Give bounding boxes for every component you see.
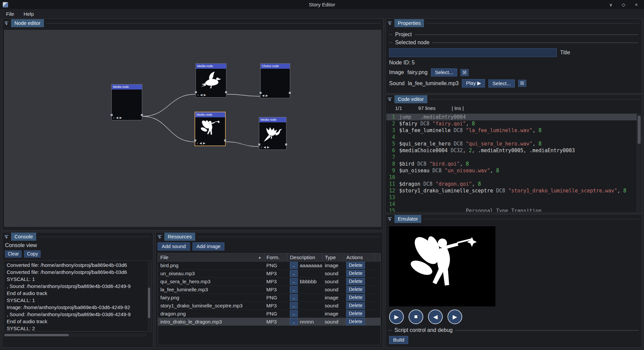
panel-collapse-icon[interactable] — [387, 97, 392, 102]
column-header-format[interactable]: Form. — [264, 253, 287, 261]
column-header-type[interactable]: Type — [322, 253, 344, 261]
node-mini-controls[interactable]: ♪◀▶ — [197, 93, 225, 97]
column-header-description[interactable]: Description — [287, 253, 322, 261]
stop-button[interactable]: ■ — [409, 309, 423, 324]
next-mini-icon[interactable]: ▶ — [119, 116, 122, 119]
column-header-file[interactable]: File▲ — [158, 253, 264, 261]
console-vscrollbar-thumb[interactable] — [148, 288, 150, 318]
output-port[interactable] — [285, 143, 287, 145]
close-button[interactable]: × — [633, 2, 639, 7]
minimize-button[interactable]: ∨ — [608, 2, 614, 7]
table-row[interactable]: la_fee_luminelle.mp3MP3..soundDelete — [158, 286, 380, 294]
line-number: 4 — [386, 134, 399, 140]
edit-description-button[interactable]: .. — [290, 318, 298, 325]
delete-button[interactable]: Delete — [346, 318, 365, 325]
prev-mini-icon[interactable]: ◀ — [262, 94, 264, 97]
table-row[interactable]: intro_drako_le_dragon.mp3MP3..nnnnnsound… — [158, 318, 380, 326]
step-back-button[interactable]: ◀ — [428, 309, 443, 324]
title-input[interactable] — [389, 48, 557, 57]
panel-collapse-icon[interactable] — [4, 21, 9, 26]
node-mini-controls[interactable]: ♪◀▶ — [261, 145, 285, 149]
menu-help[interactable]: Help — [20, 10, 37, 18]
node-dragon[interactable]: Media node♪◀▶ — [259, 117, 286, 150]
prev-mini-icon[interactable]: ◀ — [116, 116, 118, 119]
input-port[interactable] — [195, 91, 197, 93]
prev-mini-icon[interactable]: ◀ — [200, 141, 202, 145]
panel-collapse-icon[interactable] — [4, 234, 9, 239]
delete-button[interactable]: Delete — [346, 286, 365, 293]
input-port[interactable] — [260, 92, 262, 94]
image-select-button[interactable]: Select... — [431, 68, 457, 76]
prev-mini-icon[interactable]: ◀ — [200, 93, 203, 97]
next-mini-icon[interactable]: ▶ — [203, 141, 205, 145]
node-mini-controls[interactable]: ◀▶ — [262, 94, 288, 97]
edit-description-button[interactable]: .. — [290, 278, 298, 285]
delete-button[interactable]: Delete — [346, 270, 365, 277]
sound-clear-icon[interactable]: ☒ — [518, 80, 527, 87]
table-row[interactable]: story1_drako_luminelle_sceptre.mp3MP3..s… — [158, 302, 380, 310]
edit-description-button[interactable]: .. — [290, 286, 298, 293]
node-bird[interactable]: Media node♪◀▶ — [196, 63, 226, 98]
node-canvas[interactable]: Media node♪◀▶Media node♪◀▶Choice node◀▶M… — [4, 30, 381, 227]
edit-description-button[interactable]: .. — [290, 310, 298, 317]
sound-select-button[interactable]: Select... — [488, 79, 515, 88]
node-mini-controls[interactable]: ♪◀▶ — [113, 116, 141, 119]
node-fairy[interactable]: Media node♪◀▶ — [195, 112, 226, 146]
column-header-actions[interactable]: Actions — [344, 253, 375, 261]
edit-description-button[interactable]: .. — [290, 262, 298, 269]
prev-mini-icon[interactable]: ◀ — [264, 145, 266, 149]
add-sound-button[interactable]: Add sound — [158, 242, 190, 250]
console-vscrollbar[interactable] — [148, 261, 151, 331]
sound-play-button[interactable]: Play ▶ — [462, 79, 485, 88]
build-button[interactable]: Build — [389, 336, 408, 344]
delete-button[interactable]: Delete — [346, 310, 365, 317]
delete-button[interactable]: Delete — [346, 294, 365, 301]
code-scrollbar-thumb[interactable] — [638, 116, 641, 144]
delete-button[interactable]: Delete — [346, 262, 365, 269]
console-hscrollbar-thumb[interactable] — [4, 334, 69, 336]
input-port[interactable] — [111, 114, 113, 116]
table-row[interactable]: un_oiseau.mp3MP3..soundDelete — [158, 270, 380, 278]
edit-description-button[interactable]: .. — [290, 270, 298, 277]
menu-file[interactable]: File — [3, 10, 17, 18]
output-port[interactable] — [289, 92, 291, 94]
node-editor-tab[interactable]: Node editor — [11, 19, 44, 27]
output-port[interactable] — [141, 114, 143, 116]
next-mini-icon[interactable]: ▶ — [266, 94, 268, 97]
delete-button[interactable]: Delete — [346, 302, 365, 309]
add-image-button[interactable]: Add image — [193, 242, 225, 250]
output-port[interactable] — [225, 91, 227, 93]
input-port[interactable] — [194, 139, 196, 141]
properties-tab[interactable]: Properties — [394, 19, 424, 27]
table-row[interactable]: qui_sera_le_hero.mp3MP3..bbbbbbsoundDele… — [158, 278, 380, 286]
panel-collapse-icon[interactable] — [387, 21, 392, 26]
table-row[interactable]: dragon.pngPNG..imageDelete — [158, 310, 380, 318]
copy-button[interactable]: Copy — [24, 250, 41, 257]
node-choice[interactable]: Choice node◀▶ — [260, 63, 290, 98]
code-editor-tab[interactable]: Code editor — [394, 95, 427, 103]
node-mini-controls[interactable]: ♪◀▶ — [197, 141, 224, 145]
clear-button[interactable]: Clear — [5, 250, 21, 257]
output-port[interactable] — [224, 139, 226, 141]
panel-collapse-icon[interactable] — [387, 217, 392, 222]
resources-tab[interactable]: Resources — [164, 233, 195, 241]
maximize-button[interactable]: ◇ — [621, 2, 627, 7]
edit-description-button[interactable]: .. — [290, 294, 298, 301]
console-tab[interactable]: Console — [11, 233, 36, 241]
image-clear-icon[interactable]: ☒ — [461, 69, 469, 76]
emulator-tab[interactable]: Emulator — [394, 215, 421, 223]
next-mini-icon[interactable]: ▶ — [204, 93, 206, 97]
code-area[interactable]: 1jump .mediaEntry00042$fairy DC8 "fairy.… — [386, 114, 641, 212]
table-row[interactable]: fairy.pngPNG..imageDelete — [158, 294, 380, 302]
play-button[interactable]: ▶ — [389, 309, 404, 324]
step-forward-button[interactable]: ▶ — [447, 309, 462, 324]
edit-description-button[interactable]: .. — [290, 302, 298, 309]
next-mini-icon[interactable]: ▶ — [267, 145, 269, 149]
input-port[interactable] — [258, 143, 260, 145]
console-hscrollbar[interactable] — [4, 334, 147, 337]
node-media[interactable]: Media node♪◀▶ — [111, 84, 142, 120]
delete-button[interactable]: Delete — [346, 278, 365, 285]
code-scrollbar[interactable] — [637, 114, 641, 212]
panel-collapse-icon[interactable] — [157, 234, 162, 239]
table-row[interactable]: bird.pngPNG..aaaaaaaaaimageDelete — [158, 261, 380, 270]
